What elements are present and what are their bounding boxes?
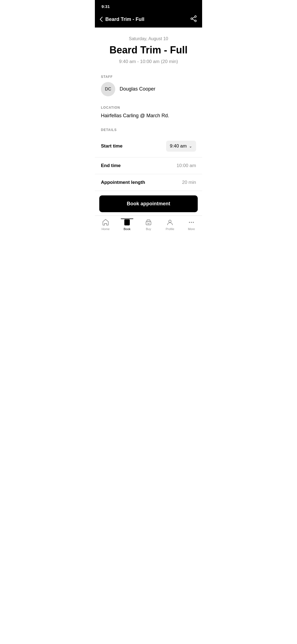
back-button[interactable]: Beard Trim - Full xyxy=(100,17,144,22)
location-section-header: LOCATION xyxy=(95,101,202,113)
main-content: Saturday, August 10 Beard Trim - Full 9:… xyxy=(95,28,202,215)
date-header-section: Saturday, August 10 Beard Trim - Full 9:… xyxy=(95,28,202,70)
svg-point-2 xyxy=(195,20,196,22)
service-title: Beard Trim - Full xyxy=(101,45,196,56)
book-appointment-button[interactable]: Book appointment xyxy=(99,195,198,212)
bottom-nav: Home Book Buy xyxy=(95,215,202,236)
status-bar: 9:31 xyxy=(95,0,202,12)
more-icon xyxy=(188,219,195,226)
svg-rect-9 xyxy=(146,222,151,225)
svg-point-13 xyxy=(193,222,194,223)
start-time-label: Start time xyxy=(101,143,122,149)
location-name: Hairfellas Carling @ March Rd. xyxy=(101,113,196,119)
status-time: 9:31 xyxy=(101,4,110,9)
book-btn-container: Book appointment xyxy=(95,191,202,215)
chevron-down-icon: ⌄ xyxy=(189,144,192,148)
date-label: Saturday, August 10 xyxy=(101,36,196,41)
start-time-dropdown[interactable]: 9:40 am ⌄ xyxy=(166,141,196,152)
appointment-length-label: Appointment length xyxy=(101,180,145,185)
staff-section: DC Douglas Cooper xyxy=(95,82,202,101)
svg-point-12 xyxy=(191,222,192,223)
svg-line-3 xyxy=(193,17,195,18)
staff-avatar: DC xyxy=(101,82,115,96)
staff-section-header: STAFF xyxy=(95,70,202,82)
start-time-row: Start time 9:40 am ⌄ xyxy=(95,135,202,157)
nav-item-book[interactable]: Book xyxy=(116,219,138,231)
location-section: Hairfellas Carling @ March Rd. xyxy=(95,113,202,123)
home-nav-label: Home xyxy=(101,227,109,231)
buy-icon xyxy=(145,219,152,226)
nav-title: Beard Trim - Full xyxy=(105,17,144,22)
nav-item-more[interactable]: More xyxy=(181,219,202,231)
home-icon xyxy=(102,219,109,226)
details-section-header: DETAILS xyxy=(95,123,202,135)
profile-icon xyxy=(166,219,174,226)
time-range: 9:40 am - 10:00 am (20 min) xyxy=(101,59,196,64)
end-time-value: 10:00 am xyxy=(177,163,196,168)
buy-nav-label: Buy xyxy=(146,227,151,231)
book-nav-label: Book xyxy=(123,227,130,231)
top-nav: Beard Trim - Full xyxy=(95,12,202,28)
svg-point-1 xyxy=(191,18,193,20)
appointment-length-value: 20 min xyxy=(182,180,196,185)
share-button[interactable] xyxy=(190,15,197,23)
end-time-label: End time xyxy=(101,163,121,168)
start-time-value: 9:40 am xyxy=(170,143,187,149)
book-icon xyxy=(123,219,131,226)
svg-point-11 xyxy=(189,222,190,223)
svg-line-4 xyxy=(193,19,195,21)
svg-point-0 xyxy=(195,16,196,17)
appointment-length-row: Appointment length 20 min xyxy=(95,174,202,191)
nav-item-profile[interactable]: Profile xyxy=(159,219,181,231)
nav-item-buy[interactable]: Buy xyxy=(138,219,159,231)
back-arrow-icon xyxy=(100,17,103,22)
nav-item-home[interactable]: Home xyxy=(95,219,116,231)
details-section: Start time 9:40 am ⌄ End time 10:00 am A… xyxy=(95,135,202,191)
more-nav-label: More xyxy=(188,227,195,231)
staff-name: Douglas Cooper xyxy=(120,86,155,92)
end-time-row: End time 10:00 am xyxy=(95,157,202,174)
staff-item: DC Douglas Cooper xyxy=(101,82,196,96)
profile-nav-label: Profile xyxy=(166,227,174,231)
share-icon xyxy=(190,15,197,22)
svg-point-10 xyxy=(169,220,171,222)
